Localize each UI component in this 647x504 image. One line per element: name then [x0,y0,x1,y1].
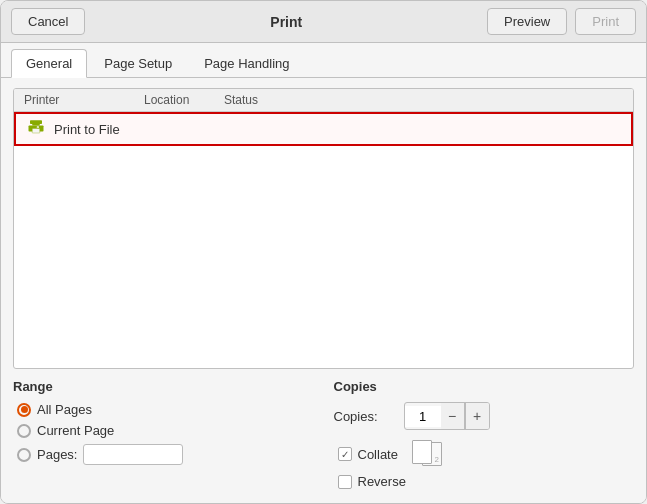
collate-page-num: 2 [435,455,439,464]
svg-rect-1 [32,124,40,126]
printer-row[interactable]: Print to File [14,112,633,146]
range-options: All Pages Current Page Pages: [13,402,314,465]
copies-panel: Copies Copies: − + Collate [334,379,635,489]
copies-spinner: − + [404,402,490,430]
tabs-bar: General Page Setup Page Handling [1,43,646,78]
collate-page-front [412,440,432,464]
reverse-row: Reverse [338,474,635,489]
range-panel: Range All Pages Current Page Pages: [13,379,314,489]
copies-options: Collate 2 Reverse [334,440,635,489]
radio-current-page-circle [17,424,31,438]
title-bar-buttons: Preview Print [487,8,636,35]
dialog-title: Print [270,14,302,30]
col-header-printer: Printer [24,93,144,107]
collate-label: Collate [358,447,398,462]
bottom-panels: Range All Pages Current Page Pages: [13,379,634,493]
tab-page-handling[interactable]: Page Handling [189,49,304,77]
radio-pages-circle [17,448,31,462]
copies-title: Copies [334,379,635,394]
copies-value-input[interactable] [405,406,441,427]
radio-pages[interactable]: Pages: [17,444,314,465]
printer-list-header: Printer Location Status [14,89,633,112]
svg-rect-0 [30,120,42,124]
svg-rect-4 [37,126,39,128]
radio-all-pages[interactable]: All Pages [17,402,314,417]
pages-input[interactable] [83,444,183,465]
collate-checkbox[interactable] [338,447,352,461]
range-title: Range [13,379,314,394]
printer-icon [26,118,46,140]
tab-general[interactable]: General [11,49,87,78]
collate-row: Collate 2 [338,440,635,468]
printer-list-body: Print to File [14,112,633,368]
copies-row: Copies: − + [334,402,635,430]
cancel-button[interactable]: Cancel [11,8,85,35]
tab-page-setup[interactable]: Page Setup [89,49,187,77]
printer-list-container: Printer Location Status [13,88,634,369]
col-header-location: Location [144,93,224,107]
print-button[interactable]: Print [575,8,636,35]
collate-icon: 2 [412,440,444,468]
col-header-status: Status [224,93,623,107]
radio-all-pages-circle [17,403,31,417]
print-dialog: Cancel Print Preview Print General Page … [0,0,647,504]
copies-label: Copies: [334,409,394,424]
radio-current-page[interactable]: Current Page [17,423,314,438]
copies-minus-button[interactable]: − [441,403,465,429]
reverse-label: Reverse [358,474,406,489]
svg-rect-3 [32,129,40,134]
content-area: Printer Location Status [1,78,646,503]
printer-name: Print to File [54,122,120,137]
title-bar: Cancel Print Preview Print [1,1,646,43]
preview-button[interactable]: Preview [487,8,567,35]
copies-plus-button[interactable]: + [465,403,489,429]
reverse-checkbox[interactable] [338,475,352,489]
